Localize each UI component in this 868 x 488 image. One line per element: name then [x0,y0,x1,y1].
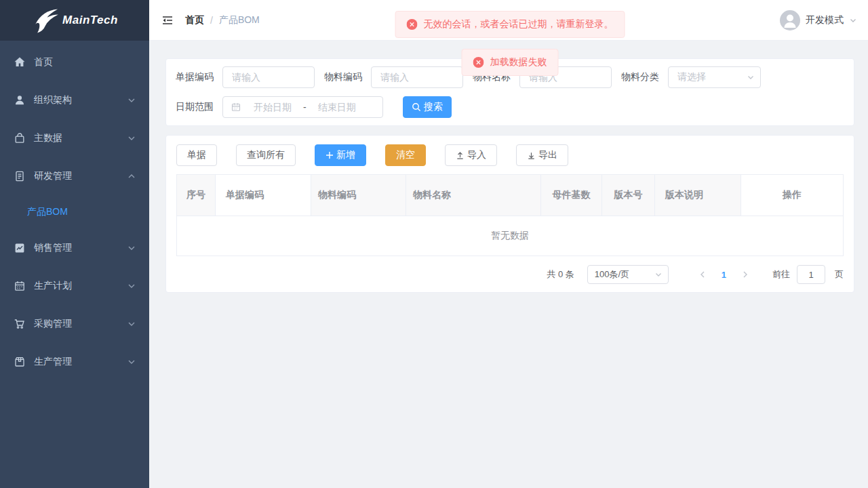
download-icon [527,151,536,160]
bom-table: 序号 单据编码 物料编码 物料名称 母件基数 版本号 版本说明 操作 暂无数据 [176,174,844,256]
user-menu[interactable]: 开发模式 [780,10,857,30]
toast-session-invalid: 无效的会话，或者会话已过期，请重新登录。 [395,11,625,38]
sidebar-item-master-data[interactable]: 主数据 [0,119,149,157]
empty-state-text: 暂无数据 [177,216,844,256]
chevron-down-icon [127,358,136,366]
error-circle-icon [407,19,418,30]
sidebar-item-organization[interactable]: 组织架构 [0,81,149,119]
sidebar-item-production-management[interactable]: 生产管理 [0,343,149,381]
table-header-row: 序号 单据编码 物料编码 物料名称 母件基数 版本号 版本说明 操作 [177,175,844,216]
column-header-doc-code: 单据编码 [216,175,311,216]
material-code-label: 物料编码 [324,71,362,83]
logo: MainTech [0,0,149,41]
column-header-material-code: 物料编码 [311,175,406,216]
main-area: 首页 / 产品BOM 开发模式 无效的会话，或者会话已过期，请重新登录。 [149,0,868,488]
next-page-button[interactable] [734,270,756,279]
material-category-select[interactable]: 请选择 [668,66,761,88]
sidebar-item-label: 生产管理 [34,356,72,368]
chart-icon [14,242,26,254]
package-icon [14,356,26,368]
goto-label: 前往 [772,268,790,281]
material-code-input[interactable] [371,66,463,88]
doc-code-input[interactable] [222,66,315,88]
breadcrumb: 首页 / 产品BOM [185,14,260,26]
sidebar-item-rd-management[interactable]: 研发管理 [0,157,149,195]
sidebar-menu: 首页 组织架构 主数据 [0,41,149,381]
query-all-button-label: 查询所有 [247,149,285,161]
page-number-1[interactable]: 1 [713,270,734,280]
cart-icon [14,318,26,330]
date-start-input[interactable] [243,102,302,113]
page-size-select[interactable]: 100条/页 [587,265,669,284]
doc-button-label: 单据 [187,149,206,161]
date-range-separator: - [302,102,308,113]
prev-page-button[interactable] [692,270,713,279]
date-range-picker[interactable]: - [222,96,383,118]
avatar [780,10,800,30]
search-button-label: 搜索 [424,101,443,113]
column-header-index: 序号 [177,175,216,216]
sidebar-item-home[interactable]: 首页 [0,43,149,81]
pagination-total: 共 0 条 [547,268,574,281]
sidebar-subitem-product-bom[interactable]: 产品BOM [0,195,149,229]
sidebar-subitem-label: 产品BOM [27,206,68,218]
export-button[interactable]: 导出 [516,144,568,166]
empty-row: 暂无数据 [177,216,844,256]
chevron-down-icon [127,96,136,104]
error-circle-icon [473,57,484,68]
date-end-input[interactable] [308,102,366,113]
material-category-label: 物料分类 [621,71,659,83]
column-header-version-desc: 版本说明 [655,175,741,216]
page-content: 单据编码 物料编码 物料名称 物料分类 请选择 [149,41,868,488]
sidebar-item-production-plan[interactable]: 生产计划 [0,267,149,305]
doc-code-label: 单据编码 [176,71,214,83]
calendar-icon [14,280,26,292]
export-button-label: 导出 [538,149,557,161]
app-root: MainTech 首页 组织架构 [0,0,868,488]
sidebar-item-sales-management[interactable]: 销售管理 [0,229,149,267]
toast-load-failed: 加载数据失败 [462,49,559,76]
upload-icon [456,151,465,160]
home-icon [14,56,26,68]
search-icon [412,102,421,112]
page-size-value: 100条/页 [595,268,654,281]
sidebar-item-label: 首页 [34,56,53,68]
import-button-label: 导入 [467,149,486,161]
column-header-material-name: 物料名称 [406,175,541,216]
column-header-actions: 操作 [741,175,844,216]
document-icon [14,170,26,182]
toolbar: 单据 查询所有 新增 清空 [176,144,844,166]
breadcrumb-home[interactable]: 首页 [185,14,204,26]
query-all-button[interactable]: 查询所有 [236,144,296,166]
sidebar-item-label: 研发管理 [34,170,72,182]
chevron-up-icon [127,172,136,180]
sidebar-fold-icon[interactable] [161,14,174,27]
sidebar-item-purchase-management[interactable]: 采购管理 [0,305,149,343]
chevron-down-icon [127,282,136,290]
breadcrumb-separator: / [210,15,213,26]
add-button[interactable]: 新增 [315,144,366,166]
clear-button[interactable]: 清空 [385,144,426,166]
doc-button[interactable]: 单据 [176,144,217,166]
import-button[interactable]: 导入 [445,144,497,166]
user-icon [14,94,26,106]
chevron-down-icon [849,16,857,24]
chevron-down-icon [127,320,136,328]
sidebar: MainTech 首页 组织架构 [0,0,149,488]
sidebar-item-label: 采购管理 [34,318,72,330]
clear-button-label: 清空 [396,149,415,161]
table-card: 单据 查询所有 新增 清空 [165,135,854,293]
breadcrumb-current: 产品BOM [219,14,260,26]
bag-icon [14,132,26,144]
column-header-parent-base: 母件基数 [541,175,602,216]
search-button[interactable]: 搜索 [403,96,452,118]
chevron-down-icon [747,73,755,81]
select-placeholder: 请选择 [677,71,747,83]
logo-text: MainTech [62,14,118,27]
user-mode-label: 开发模式 [806,14,844,26]
add-button-label: 新增 [336,149,355,161]
sidebar-item-label: 组织架构 [34,94,72,106]
chevron-down-icon [654,270,663,279]
column-header-version: 版本号 [602,175,655,216]
goto-page-input[interactable] [797,265,825,284]
